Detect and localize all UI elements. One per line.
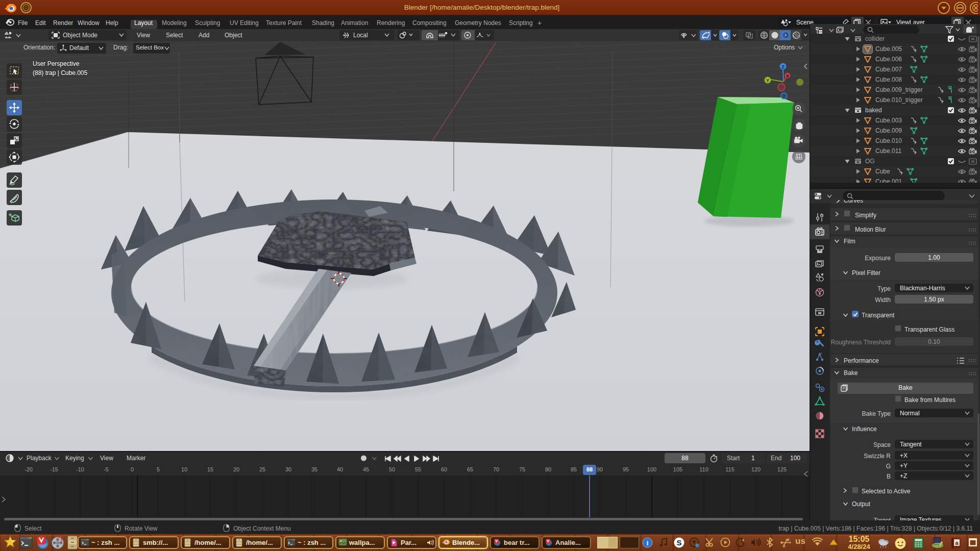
svg-text:Y: Y: [766, 78, 769, 83]
svg-text:Z: Z: [781, 64, 785, 69]
svg-text:S: S: [676, 538, 681, 547]
svg-text:a: a: [955, 540, 959, 546]
svg-text:X: X: [786, 73, 789, 79]
svg-text:i: i: [647, 539, 649, 547]
